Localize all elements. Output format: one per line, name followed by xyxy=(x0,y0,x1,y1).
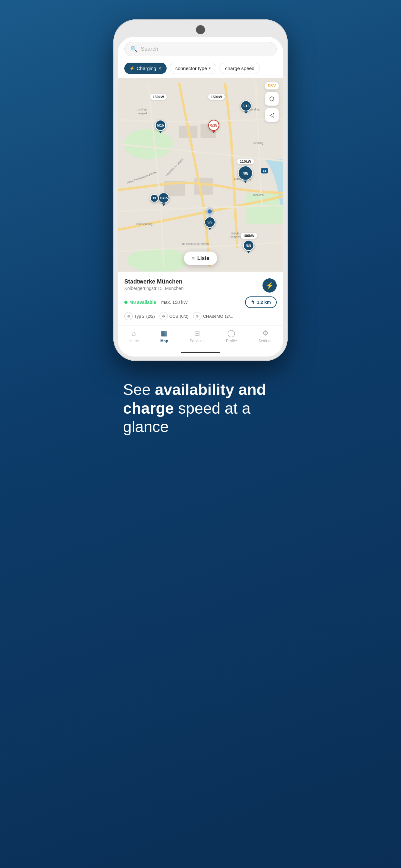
dkv-badge[interactable]: DKV xyxy=(265,82,279,89)
nav-settings-label: Settings xyxy=(258,339,272,343)
marker-badge: 5/15 xyxy=(241,100,251,112)
station-charging-icon[interactable]: ⚡ xyxy=(263,278,277,292)
tagline-line1-normal: See xyxy=(123,381,155,398)
svg-text:...ndling-: ...ndling- xyxy=(136,108,147,111)
availability-dot xyxy=(124,301,127,304)
layers-button[interactable]: ⬡ xyxy=(265,92,279,105)
station-card: Stadtwerke München Kolbergerringstr.15, … xyxy=(118,272,283,326)
dkv-logo: DKV xyxy=(268,84,276,88)
map-area[interactable]: Höglwörther Straße Boschetsrieder Straße… xyxy=(118,78,283,272)
home-indicator xyxy=(118,349,283,356)
tagline-line3: glance xyxy=(123,418,168,435)
marker-badge: 5/5 xyxy=(243,240,254,251)
front-camera xyxy=(196,25,205,34)
marker-15-15[interactable]: 15/15 xyxy=(158,192,169,206)
map-background: Höglwörther Straße Boschetsrieder Straße… xyxy=(118,78,283,272)
station-name: Stadtwerke München xyxy=(124,278,184,285)
tagline-text: See availability and charge speed at a g… xyxy=(123,380,278,436)
svg-text:Thalkirch...: Thalkirch... xyxy=(252,193,266,197)
marker-pin xyxy=(244,112,248,114)
station-info: Stadtwerke München Kolbergerringstr.15, … xyxy=(124,278,184,291)
svg-text:Boschetsrieder Straße: Boschetsrieder Straße xyxy=(182,243,210,246)
station-info-row: 4/8 available max. 150 kW ↰ 1,2 km xyxy=(124,297,277,308)
nav-services[interactable]: ⊞ Services xyxy=(189,329,204,343)
svg-point-24 xyxy=(205,207,214,216)
chip-connector-arrow: ▾ xyxy=(209,66,211,70)
chip-charging-close[interactable]: ✕ xyxy=(158,66,161,71)
liste-icon: ≡ xyxy=(192,255,195,261)
bottom-nav: ⌂ Home ▦ Map ⊞ Services ◯ Profile ⚙ Sett… xyxy=(118,326,283,349)
connector-ccs[interactable]: ⊚ CCS (0/2) xyxy=(159,312,189,320)
marker-150kw-left[interactable]: 150kW xyxy=(150,94,166,101)
bolt-icon: ⚡ xyxy=(266,282,274,289)
connector-ccs-label: CCS xyxy=(169,314,178,319)
svg-text:S-Bahn-: S-Bahn- xyxy=(231,232,241,235)
marker-0-15-selected[interactable]: 0/15 xyxy=(208,120,219,133)
connector-chademo[interactable]: ⊚ CHAdeMO (2/... xyxy=(193,312,234,320)
marker-5-15-left[interactable]: 5/15 xyxy=(155,120,166,133)
marker-label: 150kW xyxy=(208,94,225,100)
marker-pin-selected xyxy=(212,131,215,133)
nav-home-label: Home xyxy=(128,339,139,343)
chip-charging[interactable]: ⚡ Charging ✕ xyxy=(124,63,166,74)
marker-pin xyxy=(244,181,247,183)
map-icon: ▦ xyxy=(161,329,167,337)
nav-arrow-icon: ↰ xyxy=(251,300,255,305)
availability-text: 4/8 available xyxy=(129,300,156,305)
marker-badge-small: 15 xyxy=(150,194,158,203)
svg-rect-7 xyxy=(194,178,213,194)
distance-text: 1,2 km xyxy=(257,300,271,305)
filter-row: ⚡ Charging ✕ connector type ▾ charge spe… xyxy=(118,59,283,78)
bolt-icon: ⚡ xyxy=(129,66,135,71)
chip-speed-label: charge speed xyxy=(225,66,254,71)
location-button[interactable]: ◁ xyxy=(265,108,279,122)
tagline-section: See availability and charge speed at a g… xyxy=(113,361,288,462)
chip-speed[interactable]: charge speed xyxy=(220,63,260,74)
connector-chademo-count: (2/... xyxy=(225,314,234,319)
marker-150kw-center[interactable]: 150kW xyxy=(208,94,225,101)
services-icon: ⊞ xyxy=(194,329,200,337)
connector-typ2-icon: ⊚ xyxy=(124,312,133,320)
tagline-line2-bold: charge xyxy=(123,400,174,417)
search-bar[interactable]: 🔍 Search xyxy=(124,42,277,56)
navigation-button[interactable]: ↰ 1,2 km xyxy=(245,297,277,308)
notch-area xyxy=(118,24,283,34)
marker-pin xyxy=(159,131,162,133)
nav-home[interactable]: ⌂ Home xyxy=(128,329,139,343)
connector-typ2[interactable]: ⊚ Typ 2 (2/2) xyxy=(124,312,155,320)
svg-text:Obersendling: Obersendling xyxy=(136,222,153,226)
nav-profile-label: Profile xyxy=(226,339,237,343)
tagline-line2-normal: speed at a xyxy=(174,400,251,417)
availability: 4/8 available max. 150 kW xyxy=(124,300,188,305)
connector-typ2-label: Typ 2 xyxy=(134,314,145,319)
max-power: max. 150 kW xyxy=(161,300,188,305)
marker-5-5-center[interactable]: 5/5 xyxy=(204,217,215,230)
search-placeholder: Search xyxy=(141,46,158,52)
liste-button[interactable]: ≡ Liste xyxy=(184,252,217,265)
settings-icon: ⚙ xyxy=(262,329,269,337)
nav-map[interactable]: ▦ Map xyxy=(160,329,168,343)
marker-label: 150kW xyxy=(150,94,166,100)
marker-label: 180kW xyxy=(241,233,257,239)
nav-profile[interactable]: ◯ Profile xyxy=(226,329,237,343)
nav-map-label: Map xyxy=(160,339,168,343)
connector-row: ⊚ Typ 2 (2/2) ⊚ CCS (0/2) ⊚ CHAdeMO (2/.… xyxy=(124,312,277,320)
station-address: Kolbergerringstr.15, München xyxy=(124,286,184,291)
marker-180kw[interactable]: 180kW 5/5 xyxy=(241,233,257,253)
connector-chademo-label: CHAdeMO xyxy=(203,314,223,319)
nav-settings[interactable]: ⚙ Settings xyxy=(258,329,272,343)
nav-services-label: Services xyxy=(189,339,204,343)
marker-4-8[interactable]: 110kW 4/8 xyxy=(237,159,254,183)
location-icon: ◁ xyxy=(270,112,274,119)
svg-text:...estpark: ...estpark xyxy=(136,112,148,115)
layers-icon: ⬡ xyxy=(269,95,274,102)
liste-label: Liste xyxy=(197,255,209,261)
marker-5-15-tr[interactable]: 5/15 xyxy=(241,100,251,114)
svg-text:Sendling...: Sendling... xyxy=(252,142,266,145)
marker-badge: 5/15 xyxy=(155,120,166,131)
svg-point-2 xyxy=(127,248,188,272)
marker-15-small[interactable]: 15 xyxy=(150,194,158,203)
marker-pin xyxy=(208,228,212,230)
chip-connector[interactable]: connector type ▾ xyxy=(170,63,216,74)
home-bar xyxy=(181,352,220,353)
